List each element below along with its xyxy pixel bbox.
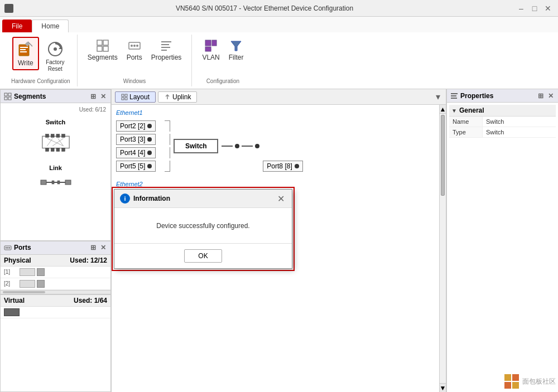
uplink-icon xyxy=(164,94,171,100)
svg-point-8 xyxy=(54,47,57,51)
filter-icon xyxy=(229,39,243,52)
vscroll-up[interactable]: ▲ xyxy=(440,105,446,114)
ports-panel-header: Ports ⊞ ✕ xyxy=(1,241,110,255)
svg-rect-17 xyxy=(161,41,171,42)
port3-label: Port3 [3] xyxy=(120,135,145,143)
port-physical-item-1[interactable]: [1] xyxy=(1,267,110,278)
filter-button[interactable]: Filter xyxy=(225,37,247,64)
svg-rect-2 xyxy=(20,49,26,50)
port-bar-1 xyxy=(20,268,35,276)
ethernet1-label: Ethernet1 xyxy=(116,109,435,116)
svg-rect-20 xyxy=(161,50,167,51)
ports-panel-title: Ports xyxy=(14,244,31,251)
tab-file[interactable]: File xyxy=(2,20,32,32)
write-button[interactable]: Write xyxy=(12,37,39,70)
segments-panel-header: Segments ⊞ ✕ xyxy=(1,90,110,103)
segment-switch-label: Switch xyxy=(46,119,65,125)
props-key-name: Name xyxy=(449,117,483,127)
segments-panel-pin[interactable]: ⊞ xyxy=(89,93,97,100)
ethernet1-ports: Port2 [2] Port3 [3] Port4 [4] xyxy=(116,120,156,172)
dialog-ok-button[interactable]: OK xyxy=(184,249,222,263)
dialog-title-area: i Information xyxy=(120,193,170,204)
properties-button[interactable]: Properties xyxy=(148,37,185,64)
props-value-type: Switch xyxy=(483,127,556,137)
dialog-header: i Information ✕ xyxy=(114,190,292,208)
switch-graphic xyxy=(39,128,73,156)
ethernet1-port4[interactable]: Port4 [4] xyxy=(116,147,156,158)
layout-icon xyxy=(121,94,128,100)
ports-panel-icon xyxy=(4,244,12,251)
factory-reset-button[interactable]: Factory Reset xyxy=(41,37,69,76)
props-group-label: General xyxy=(459,107,484,114)
svg-rect-63 xyxy=(451,95,456,96)
svg-point-16 xyxy=(136,45,138,47)
vlan-button[interactable]: · VLAN xyxy=(199,37,223,64)
svg-rect-46 xyxy=(61,148,65,152)
ribbon-hardware-buttons: Write Factory Reset xyxy=(12,37,69,76)
properties-icon xyxy=(160,39,173,52)
ports-scroll-bar[interactable] xyxy=(1,290,110,294)
ports-panel-pin[interactable]: ⊞ xyxy=(89,244,97,251)
properties-panel-header: Properties ⊞ ✕ xyxy=(447,89,558,103)
properties-panel-pin[interactable]: ⊞ xyxy=(537,92,545,100)
minimize-button[interactable]: – xyxy=(516,3,527,14)
svg-rect-27 xyxy=(8,93,11,96)
windows-group-label: Windows xyxy=(123,76,146,84)
segments-panel-close[interactable]: ✕ xyxy=(99,93,107,100)
port-physical-item-2[interactable]: [2] xyxy=(1,278,110,290)
svg-rect-28 xyxy=(4,97,7,100)
svg-rect-61 xyxy=(125,98,127,100)
vscroll-down[interactable]: ▼ xyxy=(440,383,446,392)
svg-rect-68 xyxy=(512,382,519,389)
vlan-icon: · xyxy=(204,39,218,52)
svg-rect-53 xyxy=(65,180,71,185)
ports-button[interactable]: Ports xyxy=(123,37,146,64)
port-indicator-2 xyxy=(37,280,45,288)
canvas-dropdown[interactable]: ▾ xyxy=(436,91,442,102)
window-title: VN5640 S/N 005017 - Vector Ethernet Devi… xyxy=(13,4,516,12)
segment-item-switch[interactable]: Switch xyxy=(4,115,107,159)
window-controls: – □ ✕ xyxy=(516,3,554,14)
port-bar-2 xyxy=(20,280,35,288)
maximize-button[interactable]: □ xyxy=(529,3,540,14)
svg-rect-51 xyxy=(57,181,60,184)
segments-panel-actions: ⊞ ✕ xyxy=(89,93,107,100)
ethernet1-lines-right xyxy=(222,144,259,148)
tab-home[interactable]: Home xyxy=(32,20,69,32)
ribbon-group-configuration: · VLAN Filter Configuration xyxy=(192,35,253,86)
layout-button[interactable]: Layout xyxy=(115,91,156,103)
ribbon: Write Factory Reset Hardware Conf xyxy=(0,32,558,89)
uplink-label: Uplink xyxy=(172,93,191,101)
ethernet1-switch[interactable]: Switch xyxy=(174,139,218,153)
dialog-border: i Information ✕ Device successfully conf… xyxy=(112,187,295,271)
ethernet1-port3[interactable]: Port3 [3] xyxy=(116,134,156,145)
port4-connector xyxy=(147,151,152,155)
port-visual-2 xyxy=(20,280,45,288)
ribbon-config-buttons: · VLAN Filter xyxy=(199,37,247,64)
ethernet1-port2[interactable]: Port2 [2] xyxy=(116,120,156,132)
ports-panel-close[interactable]: ✕ xyxy=(99,244,107,251)
ethernet1-port8[interactable]: Port8 [8] xyxy=(263,161,302,172)
port5-label: Port5 [5] xyxy=(120,162,145,170)
dialog-body: Device successfully configured. xyxy=(114,208,292,243)
port-virtual-item[interactable] xyxy=(1,307,110,318)
properties-panel-close[interactable]: ✕ xyxy=(547,92,555,100)
port3-connector xyxy=(147,137,152,142)
svg-rect-30 xyxy=(42,136,69,148)
svg-rect-67 xyxy=(504,382,511,389)
ribbon-tabs: File Home xyxy=(0,17,558,32)
close-button[interactable]: ✕ xyxy=(542,3,554,14)
vscroll-thumb[interactable] xyxy=(441,115,445,196)
segment-item-link[interactable]: Link xyxy=(4,161,107,194)
svg-rect-66 xyxy=(512,374,519,381)
uplink-button[interactable]: Uplink xyxy=(158,91,197,103)
canvas-vscrollbar[interactable]: ▲ ▼ xyxy=(439,105,446,392)
port2-label: Port2 [2] xyxy=(120,122,145,130)
ports-physical-label: Physical xyxy=(4,257,31,264)
svg-point-14 xyxy=(131,45,133,47)
segments-button[interactable]: Segments xyxy=(84,37,121,64)
ethernet1-port5[interactable]: Port5 [5] xyxy=(116,161,156,172)
props-group-general[interactable]: ▼ General xyxy=(449,105,556,117)
dialog-close-button[interactable]: ✕ xyxy=(275,193,286,204)
ports-label: Ports xyxy=(127,54,142,61)
